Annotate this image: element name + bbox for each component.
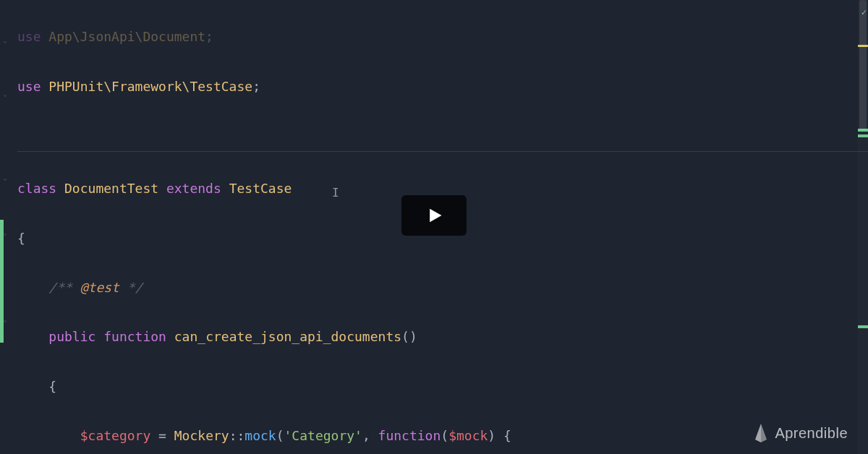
gutter: ⌄ ⌄ ⌄ ⌄ ⌄ — [0, 0, 14, 454]
fold-icon: ⌄ — [3, 171, 7, 184]
brand-logo-icon — [753, 424, 769, 442]
code-line: use App\JsonApi\Document; — [17, 25, 868, 49]
code-line: { — [17, 374, 868, 399]
scrollbar-thumb[interactable] — [859, 0, 867, 130]
scrollbar-change-marker — [858, 325, 868, 328]
play-button[interactable] — [401, 195, 467, 236]
brand-watermark: Aprendible — [753, 419, 848, 447]
fold-icon: ⌄ — [3, 33, 7, 47]
vcs-change-marker — [0, 220, 4, 343]
code-line: $category = Mockery::mock('Category', fu… — [17, 424, 868, 448]
code-line: public function can_create_json_api_docu… — [17, 325, 868, 349]
separator — [17, 151, 868, 152]
code-line — [17, 124, 868, 152]
scrollbar-change-marker — [858, 134, 868, 137]
fold-icon: ⌄ — [3, 87, 7, 100]
brand-text: Aprendible — [775, 419, 848, 447]
scrollbar[interactable]: ✓ — [858, 0, 868, 454]
code-line: use PHPUnit\Framework\TestCase; — [17, 74, 868, 99]
play-icon — [424, 205, 444, 226]
code-line: /** @test */ — [17, 275, 868, 300]
